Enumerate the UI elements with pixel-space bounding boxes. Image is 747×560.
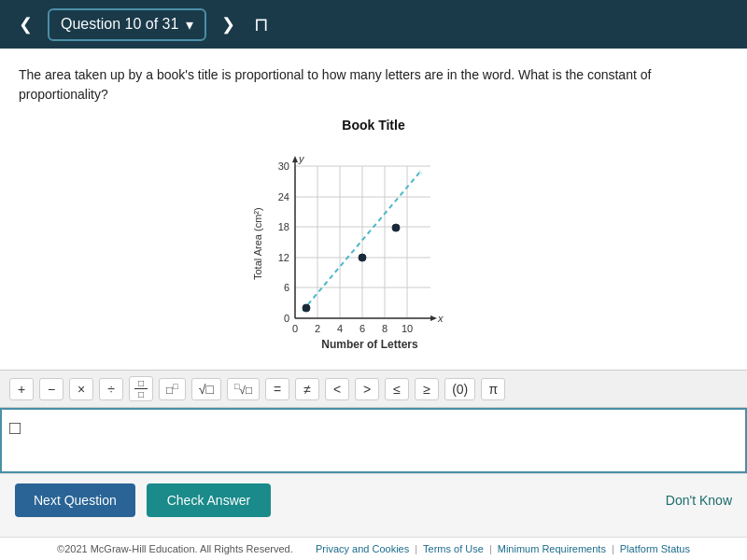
footer: ©2021 McGraw-Hill Education. All Rights … [0, 537, 747, 560]
abs-button[interactable]: (0) [444, 378, 475, 400]
svg-text:x: x [437, 313, 444, 324]
svg-line-30 [303, 172, 420, 311]
sqrt-button[interactable]: √□ [191, 378, 221, 400]
svg-text:0: 0 [284, 313, 289, 324]
svg-marker-15 [292, 156, 298, 162]
fraction-bot: □ [134, 389, 148, 399]
svg-marker-31 [418, 169, 424, 175]
dont-know-button[interactable]: Don't Know [666, 493, 732, 508]
svg-text:4: 4 [337, 323, 343, 334]
svg-point-34 [392, 224, 400, 231]
copyright: ©2021 McGraw-Hill Education. All Rights … [57, 543, 293, 554]
platform-status-link[interactable]: Platform Status [620, 543, 690, 554]
math-toolbar: + − × ÷ □ □ □□ √□ □√□ = ≠ < > ≤ ≥ (0) π [0, 370, 747, 408]
svg-text:2: 2 [315, 323, 320, 334]
chart-svg-element: 0 6 12 18 24 30 y 0 2 4 6 8 [267, 136, 472, 342]
svg-text:6: 6 [284, 282, 289, 293]
svg-point-32 [303, 304, 310, 312]
chart-wrapper: Book Title Total Area (cm²) [252, 118, 495, 351]
main-content: The area taken up by a book's title is p… [0, 49, 747, 370]
svg-text:6: 6 [359, 323, 365, 334]
header: ❮ Question 10 of 31 ▾ ❯ ⊓ [0, 0, 747, 49]
y-axis-label: Total Area (cm²) [252, 146, 263, 342]
equals-button[interactable]: = [265, 378, 289, 400]
bookmark-button[interactable]: ⊓ [254, 13, 269, 35]
chart-container: Book Title Total Area (cm²) [19, 118, 728, 351]
svg-text:10: 10 [402, 323, 413, 334]
svg-text:0: 0 [292, 323, 298, 334]
next-question-button[interactable]: Next Question [15, 483, 135, 517]
question-selector[interactable]: Question 10 of 31 ▾ [48, 8, 206, 41]
svg-point-33 [359, 254, 366, 261]
chart-svg: 0 6 12 18 24 30 y 0 2 4 6 8 [267, 136, 472, 351]
not-equals-button[interactable]: ≠ [295, 378, 319, 400]
svg-text:18: 18 [278, 221, 289, 232]
next-nav-button[interactable]: ❯ [214, 10, 243, 38]
answer-area[interactable]: □ [0, 408, 747, 473]
times-button[interactable]: × [69, 378, 93, 400]
plus-button[interactable]: + [9, 378, 34, 400]
chart-title: Book Title [252, 118, 495, 133]
svg-text:8: 8 [382, 323, 388, 334]
fraction-top: □ [134, 378, 148, 389]
answer-cursor: □ [9, 417, 21, 439]
terms-link[interactable]: Terms of Use [423, 543, 484, 554]
chart-area: Total Area (cm²) [252, 136, 495, 351]
svg-text:24: 24 [278, 191, 289, 203]
box-frac-button[interactable]: □□ [159, 378, 186, 400]
question-label: Question 10 of 31 [61, 16, 178, 33]
svg-text:y: y [298, 153, 305, 164]
min-req-link[interactable]: Minimum Requirements [498, 543, 606, 554]
bottom-bar: Next Question Check Answer Don't Know [0, 473, 747, 526]
minus-button[interactable]: − [39, 378, 63, 400]
geq-button[interactable]: ≥ [415, 378, 439, 400]
svg-text:30: 30 [278, 161, 289, 172]
less-than-button[interactable]: < [325, 378, 349, 400]
prev-button[interactable]: ❮ [11, 10, 40, 38]
check-answer-button[interactable]: Check Answer [147, 483, 271, 517]
divide-button[interactable]: ÷ [99, 378, 123, 400]
svg-text:12: 12 [278, 252, 289, 263]
nthroot-button[interactable]: □√□ [227, 378, 260, 400]
svg-marker-14 [430, 315, 437, 321]
greater-than-button[interactable]: > [355, 378, 379, 400]
leq-button[interactable]: ≤ [385, 378, 409, 400]
dropdown-icon: ▾ [186, 16, 193, 34]
pi-button[interactable]: π [481, 378, 505, 400]
fraction-button[interactable]: □ □ [129, 376, 153, 401]
question-text: The area taken up by a book's title is p… [19, 65, 728, 105]
privacy-link[interactable]: Privacy and Cookies [316, 543, 409, 554]
